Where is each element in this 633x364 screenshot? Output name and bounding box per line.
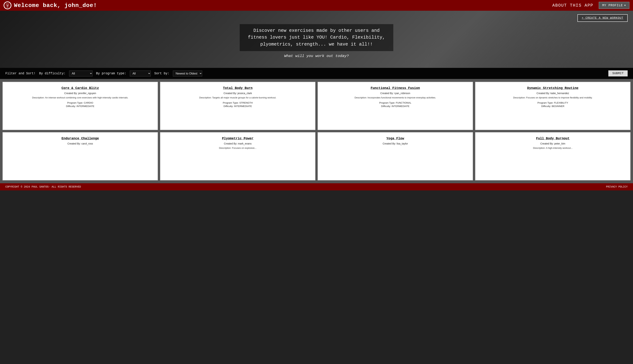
card-description: Description: Focuses on explosive... [219,146,256,150]
difficulty-select[interactable]: All Beginner Intermediate Advanced [69,70,92,76]
card-title: Dynamic Stretching Routine [527,86,578,90]
sort-label: Sort by: [154,72,169,75]
card-description: Description: An intense workout combinin… [32,96,128,99]
card-difficulty: Difficulty: BEGINNER [541,105,564,108]
svg-text:SWEAT: SWEAT [6,4,9,4]
card-title: Plyometric Power [222,136,254,141]
sort-select[interactable]: Newest to Oldest Oldest to Newest A-Z Z-… [173,70,202,76]
card-creator: Created By: jessica_clark [224,92,252,95]
card-title: Total Body Burn [223,86,252,90]
card-description: Description: A high-intensity workout... [533,146,573,150]
hero-main-text: Discover new exercises made by other use… [240,24,393,51]
card-title: Core & Cardio Blitz [62,86,99,90]
hero-sub-text: What will you work out today? [240,54,393,58]
workout-card[interactable]: Yoga Flow Created By: lisa_taylor [318,132,473,180]
card-creator: Created By: peter_kim [540,142,565,145]
privacy-policy-link[interactable]: PRIVACY POLICY [606,186,628,188]
header: SWEAT SHARE Welcome back, john_doe! ABOU… [0,0,633,11]
program-type-label: By program type: [96,72,126,75]
filter-submit-button[interactable]: SUBMIT [608,70,628,76]
card-program-type: Program Type: FUNCTIONAL [379,102,411,104]
hero-text-block: Discover new exercises made by other use… [236,19,397,60]
footer: COPYRIGHT © 2024 PAUL SANTOS- ALL RIGHTS… [0,183,633,190]
profile-button[interactable]: MY PROFILE [599,2,630,9]
workout-card[interactable]: Dynamic Stretching Routine Created By: k… [475,82,630,130]
header-nav: ABOUT THIS APP MY PROFILE [552,2,630,9]
difficulty-label: By difficulty: [39,72,66,75]
workout-card[interactable]: Functional Fitness Fusion Created By: ry… [318,82,473,130]
filter-bar: Filter and Sort! By difficulty: All Begi… [0,68,633,79]
workout-card[interactable]: Full Body Burnout Created By: peter_kim … [475,132,630,180]
card-creator: Created By: carol_ross [67,142,93,145]
card-title: Full Body Burnout [536,136,570,141]
card-title: Yoga Flow [386,136,404,141]
filter-label: Filter and Sort! [5,72,36,75]
copyright-text: COPYRIGHT © 2024 PAUL SANTOS- ALL RIGHTS… [5,186,81,188]
welcome-message: Welcome back, john_doe! [14,2,97,9]
program-type-select[interactable]: All Cardio Strength Flexibility Function… [130,70,151,76]
cards-section: Core & Cardio Blitz Created By: jennifer… [0,79,633,183]
card-program-type: Program Type: CARDIO [67,102,93,104]
card-title: Functional Fitness Fusion [370,86,420,90]
create-workout-button[interactable]: + CREATE A NEW WORKOUT [578,14,628,22]
card-title: Endurance Challenge [62,136,99,141]
card-creator: Created By: lisa_taylor [382,142,408,145]
card-creator: Created By: mark_evans [224,142,252,145]
workout-card[interactable]: Total Body Burn Created By: jessica_clar… [160,82,316,130]
card-program-type: Program Type: FLEXIBILITY [538,102,568,104]
header-left: SWEAT SHARE Welcome back, john_doe! [4,2,97,9]
workout-card[interactable]: Plyometric Power Created By: mark_evans … [160,132,316,180]
card-program-type: Program Type: STRENGTH [223,102,252,104]
card-description: Description: Targets all major muscle gr… [199,96,276,99]
app-logo: SWEAT SHARE [4,2,12,9]
card-creator: Created By: jennifer_nguyen [64,92,96,95]
about-link[interactable]: ABOUT THIS APP [552,3,593,8]
card-difficulty: Difficulty: INTERMEDIATE [381,105,410,108]
workout-card[interactable]: Endurance Challenge Created By: carol_ro… [2,132,158,180]
card-description: Description: Focuses on dynamic stretche… [513,96,592,99]
card-description: Description: Incorporates functional mov… [354,96,436,99]
card-difficulty: Difficulty: INTERMEDIATE [224,105,252,108]
cards-grid: Core & Cardio Blitz Created By: jennifer… [2,82,630,180]
hero-section: + CREATE A NEW WORKOUT Discover new exer… [0,11,633,68]
card-difficulty: Difficulty: INTERMEDIATE [66,105,94,108]
workout-card[interactable]: Core & Cardio Blitz Created By: jennifer… [2,82,158,130]
card-creator: Created By: ryan_robinson [380,92,410,95]
card-creator: Created By: katie_hernandez [536,92,569,95]
